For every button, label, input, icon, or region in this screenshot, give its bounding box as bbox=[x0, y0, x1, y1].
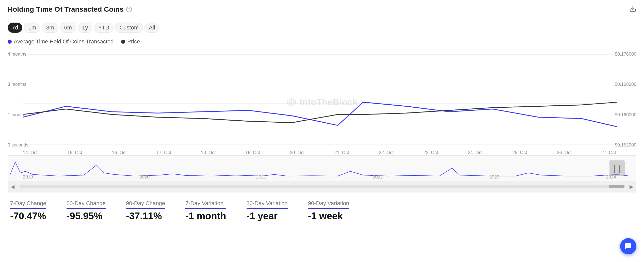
stat-30day-change-value: -95.95% bbox=[67, 211, 106, 222]
x-label-4: 18. Oct bbox=[201, 150, 216, 155]
stat-7day-variation-label: 7-Day Variation bbox=[185, 200, 226, 209]
filter-all[interactable]: All bbox=[144, 23, 159, 33]
stat-90day-variation: 90-Day Variation -1 week bbox=[308, 200, 349, 222]
stat-90day-variation-value: -1 week bbox=[308, 211, 349, 222]
legend-price-label: Price bbox=[127, 38, 140, 45]
filter-1m[interactable]: 1m bbox=[24, 23, 40, 33]
y-left-3: 3 months bbox=[8, 82, 28, 87]
stats-section: 7-Day Change -70.47% 30-Day Change -95.9… bbox=[8, 192, 636, 227]
chart-legend: Average Time Held Of Coins Transacted Pr… bbox=[8, 36, 636, 49]
stat-7day-change-value: -70.47% bbox=[10, 211, 46, 222]
filter-custom[interactable]: Custom bbox=[115, 23, 143, 33]
scroll-right-arrow[interactable]: ▶ bbox=[626, 183, 636, 191]
x-axis-labels: 14. Oct 15. Oct 16. Oct 17. Oct 18. Oct … bbox=[23, 150, 616, 155]
y-left-4: 4 months bbox=[8, 52, 28, 57]
legend-avg-time-label: Average Time Held Of Coins Transacted bbox=[14, 38, 114, 45]
x-label-6: 20. Oct bbox=[290, 150, 304, 155]
main-chart-area: 4 months 3 months 1 month 0 seconds $0.1… bbox=[8, 49, 636, 156]
chart-svg bbox=[8, 49, 636, 155]
scroll-track[interactable] bbox=[20, 185, 624, 188]
chat-button[interactable] bbox=[620, 238, 636, 254]
legend-price-dot bbox=[121, 40, 125, 44]
x-label-12: 26. Oct bbox=[557, 150, 572, 155]
x-label-1: 15. Oct bbox=[67, 150, 82, 155]
y-axis-left: 4 months 3 months 1 month 0 seconds bbox=[8, 49, 28, 155]
y-right-3: $0.160000 bbox=[615, 112, 636, 118]
info-icon[interactable]: ? bbox=[126, 7, 132, 12]
x-label-0: 14. Oct bbox=[23, 150, 38, 155]
y-axis-right: $0.176000 $0.168000 $0.160000 $0.152000 bbox=[615, 49, 636, 155]
scroll-left-arrow[interactable]: ◀ bbox=[8, 183, 18, 191]
legend-avg-time: Average Time Held Of Coins Transacted bbox=[8, 38, 114, 45]
x-label-11: 25. Oct bbox=[512, 150, 527, 155]
x-label-3: 17. Oct bbox=[156, 150, 171, 155]
stat-7day-change: 7-Day Change -70.47% bbox=[10, 200, 46, 222]
stat-30day-change: 30-Day Change -95.95% bbox=[67, 200, 106, 222]
stat-90day-change-label: 90-Day Change bbox=[126, 200, 165, 209]
x-label-9: 23. Oct bbox=[423, 150, 438, 155]
stat-30day-variation: 30-Day Variation -1 year bbox=[247, 200, 288, 222]
filter-ytd[interactable]: YTD bbox=[94, 23, 114, 33]
y-left-1: 1 month bbox=[8, 112, 28, 118]
chat-icon bbox=[624, 242, 632, 250]
filter-1y[interactable]: 1y bbox=[78, 23, 92, 33]
stat-7day-variation-value: -1 month bbox=[185, 211, 226, 222]
mini-chart-area[interactable]: 2019 2020 2021 2022 2023 2024 bbox=[8, 156, 636, 181]
stat-90day-variation-label: 90-Day Variation bbox=[308, 200, 349, 209]
stat-30day-variation-value: -1 year bbox=[247, 211, 288, 222]
page-title: Holding Time Of Transacted Coins bbox=[8, 5, 124, 13]
stat-90day-change-value: -37.11% bbox=[126, 211, 165, 222]
main-container: Holding Time Of Transacted Coins ? 7d 1m… bbox=[0, 0, 644, 232]
download-button[interactable] bbox=[629, 5, 636, 14]
stat-90day-change: 90-Day Change -37.11% bbox=[126, 200, 165, 222]
y-right-2: $0.168000 bbox=[615, 82, 636, 87]
mini-chart-svg bbox=[8, 156, 636, 181]
stat-7day-change-label: 7-Day Change bbox=[10, 200, 46, 209]
x-label-7: 21. Oct bbox=[334, 150, 349, 155]
header-left: Holding Time Of Transacted Coins ? bbox=[8, 5, 132, 13]
x-label-10: 24. Oct bbox=[468, 150, 482, 155]
x-label-5: 19. Oct bbox=[245, 150, 260, 155]
x-label-2: 16. Oct bbox=[112, 150, 126, 155]
stat-7day-variation: 7-Day Variation -1 month bbox=[185, 200, 226, 222]
filter-7d[interactable]: 7d bbox=[8, 23, 22, 33]
x-label-13: 27. Oct bbox=[601, 150, 616, 155]
legend-avg-time-dot bbox=[8, 40, 12, 44]
scrollbar-row: ◀ ▶ bbox=[8, 181, 636, 192]
scroll-thumb[interactable] bbox=[609, 185, 624, 188]
legend-price: Price bbox=[121, 38, 140, 45]
filter-3m[interactable]: 3m bbox=[42, 23, 58, 33]
y-right-1: $0.176000 bbox=[615, 52, 636, 57]
time-filter-bar: 7d 1m 3m 6m 1y YTD Custom All bbox=[8, 18, 636, 36]
x-label-8: 22. Oct bbox=[379, 150, 394, 155]
header: Holding Time Of Transacted Coins ? bbox=[8, 5, 636, 18]
y-left-0: 0 seconds bbox=[8, 142, 28, 148]
y-right-4: $0.152000 bbox=[615, 142, 636, 148]
filter-6m[interactable]: 6m bbox=[60, 23, 76, 33]
stat-30day-variation-label: 30-Day Variation bbox=[247, 200, 288, 209]
stat-30day-change-label: 30-Day Change bbox=[67, 200, 106, 209]
